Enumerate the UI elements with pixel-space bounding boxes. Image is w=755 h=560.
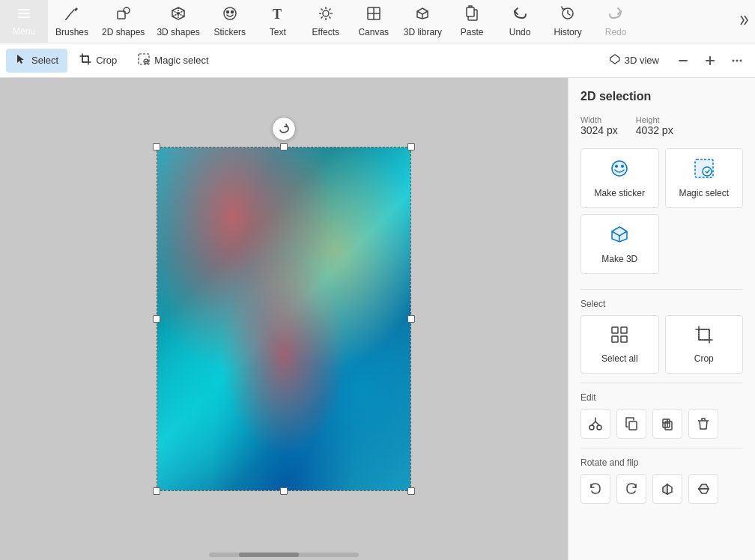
handle-bottom-right[interactable] [407, 487, 415, 495]
svg-rect-39 [612, 327, 618, 333]
make-sticker-button[interactable]: Make sticker [580, 148, 659, 208]
edit-row [580, 409, 743, 439]
canvas-area[interactable] [0, 78, 568, 560]
handle-middle-left[interactable] [153, 315, 160, 323]
svg-point-6 [226, 11, 228, 13]
library3d-button[interactable]: 3D library [398, 0, 448, 43]
svg-line-17 [321, 16, 322, 18]
divider-2 [580, 383, 743, 383]
zoom-in-button[interactable] [698, 49, 722, 73]
canvas-icon [366, 5, 382, 25]
library3d-icon [414, 5, 431, 25]
history-button[interactable]: History [544, 0, 592, 43]
canvas-controls: 3D view [601, 49, 749, 73]
crop-panel-icon [694, 325, 714, 349]
select-grid: Select all Crop [580, 315, 743, 374]
main-area: 2D selection Width 3024 px Height 4032 p… [0, 78, 755, 560]
main-toolbar: Menu Brushes 2D shapes 3D shapes [0, 0, 755, 43]
flip-vertical-button[interactable] [688, 474, 718, 504]
svg-marker-27 [610, 55, 619, 64]
height-value: 4032 px [636, 124, 673, 136]
crop-panel-button[interactable]: Crop [665, 315, 744, 374]
cut-button[interactable] [580, 409, 610, 439]
zoom-out-button[interactable] [671, 49, 695, 73]
svg-point-26 [144, 59, 148, 64]
svg-rect-24 [82, 56, 88, 62]
svg-marker-51 [663, 484, 667, 494]
svg-point-38 [703, 167, 712, 176]
width-value: 3024 px [580, 124, 618, 136]
delete-button[interactable] [688, 409, 718, 439]
select-icon [15, 53, 27, 68]
svg-point-35 [615, 165, 618, 168]
rotate-flip-section-label: Rotate and flip [580, 457, 743, 468]
collapse-icon [737, 13, 749, 30]
rotate-left-button[interactable] [580, 474, 610, 504]
brushes-icon [64, 5, 80, 25]
svg-rect-28 [679, 60, 688, 61]
flip-horizontal-button[interactable] [652, 474, 682, 504]
image-selection-container [157, 147, 411, 491]
svg-rect-40 [621, 327, 627, 333]
handle-bottom-middle[interactable] [280, 487, 288, 495]
canvas-button[interactable]: Canvas [350, 0, 398, 43]
text-button[interactable]: T Text [254, 0, 302, 43]
canvas-image[interactable] [157, 147, 411, 491]
height-item: Height 4032 px [636, 115, 673, 136]
svg-rect-2 [18, 16, 30, 18]
effects-icon [318, 5, 334, 25]
menu-button[interactable]: Menu [0, 0, 48, 43]
svg-rect-1 [18, 13, 30, 14]
svg-point-5 [224, 7, 236, 19]
collapse-button[interactable] [731, 0, 755, 43]
edit-section-label: Edit [580, 392, 743, 403]
more-options-button[interactable] [725, 49, 749, 73]
handle-bottom-left[interactable] [153, 487, 160, 495]
magic-select-button[interactable]: Magic select [129, 49, 217, 73]
make3d-button[interactable]: Make 3D [580, 214, 659, 274]
redo-button[interactable]: Redo [592, 0, 640, 43]
handle-top-right[interactable] [407, 143, 415, 150]
svg-rect-42 [621, 336, 627, 342]
rotation-handle[interactable] [272, 117, 296, 141]
copy-button[interactable] [616, 409, 646, 439]
undo-button[interactable]: Undo [496, 0, 544, 43]
svg-line-16 [329, 9, 330, 10]
shapes2d-button[interactable]: 2D shapes [96, 0, 151, 43]
handle-top-left[interactable] [153, 143, 160, 150]
handle-top-middle[interactable] [280, 143, 288, 150]
stickers-icon [222, 5, 238, 25]
rotate-row [580, 474, 743, 504]
svg-marker-53 [699, 484, 709, 489]
paste-button[interactable]: Paste [448, 0, 496, 43]
select-all-button[interactable]: Select all [580, 315, 659, 374]
height-label: Height [636, 115, 673, 124]
view3d-button[interactable]: 3D view [601, 49, 668, 72]
rotate-right-button[interactable] [616, 474, 646, 504]
sticker-magic-grid: Make sticker Magic select [580, 148, 743, 208]
select-button[interactable]: Select [6, 49, 67, 73]
effects-button[interactable]: Effects [302, 0, 350, 43]
magic-select-panel-icon [694, 158, 715, 183]
shapes3d-button[interactable]: 3D shapes [151, 0, 205, 43]
scrollbar-thumb [239, 553, 299, 557]
handle-middle-right[interactable] [407, 315, 415, 323]
shapes3d-icon [170, 5, 187, 25]
divider-1 [580, 289, 743, 290]
paste-icon [464, 5, 480, 25]
magic-select-icon [138, 53, 150, 68]
svg-point-44 [589, 425, 594, 430]
divider-3 [580, 448, 743, 448]
svg-rect-46 [629, 421, 637, 430]
svg-point-32 [736, 59, 739, 61]
svg-line-15 [329, 16, 330, 18]
magic-select-panel-button[interactable]: Magic select [665, 148, 744, 208]
brushes-button[interactable]: Brushes [48, 0, 96, 43]
menu-icon [16, 6, 31, 25]
make-sticker-icon [609, 158, 630, 183]
width-label: Width [580, 115, 618, 124]
duplicate-button[interactable] [652, 409, 682, 439]
stickers-button[interactable]: Stickers [206, 0, 254, 43]
crop-button[interactable]: Crop [70, 49, 126, 73]
canvas-scrollbar[interactable] [209, 553, 359, 557]
